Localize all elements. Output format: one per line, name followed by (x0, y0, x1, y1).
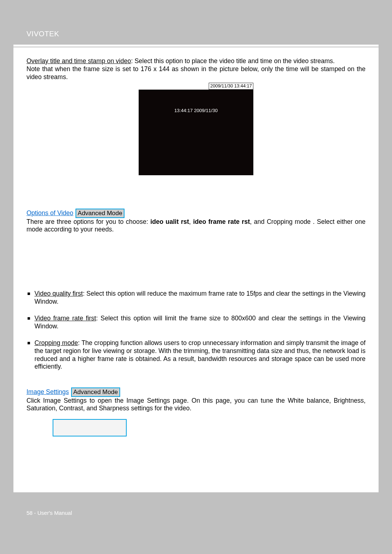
timestamp-overlay: 2009/11/30 13:44:17 (209, 83, 253, 90)
footer-band: 58 - User's Manual (13, 492, 379, 529)
options-bold-1: ideo ualit rst (150, 218, 189, 225)
options-comma-1: , (189, 218, 193, 225)
overlay-note: Note that when the frame size is set to … (26, 65, 366, 81)
bullet-text-2: Video frame rate first: Select this opti… (34, 315, 366, 331)
advanced-mode-badge-2: Advanced Mode (71, 387, 120, 397)
image-settings-highlight-box (53, 419, 127, 436)
bullet-desc-1: : Select this option will reduce the max… (34, 290, 366, 305)
brand-name: VIVOTEK (26, 30, 59, 38)
overlay-desc: : Select this option to place the video … (131, 57, 335, 65)
options-of-video-heading: Options of Video Advanced Mode (26, 209, 366, 218)
bullet-marker-icon: ■ (26, 339, 34, 371)
bullet-label-1: Video quality first (34, 290, 83, 297)
options-of-video-link[interactable]: Options of Video (26, 209, 73, 217)
video-frame: 13:44:17 2009/11/30 (139, 90, 253, 175)
overlay-title-underline: Overlay title and time stamp on video (26, 57, 131, 65)
overlay-paragraph: Overlay title and time stamp on video: S… (26, 57, 366, 65)
bullet-video-frame-rate-first: ■ Video frame rate first: Select this op… (26, 315, 366, 331)
content-area: Overlay title and time stamp on video: S… (13, 47, 379, 436)
bullet-label-3: Cropping mode (34, 339, 78, 346)
options-description: There are three options for you to choos… (26, 218, 366, 234)
bullet-text-3: Cropping mode: The cropping function all… (34, 339, 366, 371)
options-bold-2: ideo frame rate rst (193, 218, 250, 225)
page-number-label: 58 - User's Manual (13, 492, 379, 516)
video-inner-timestamp: 13:44:17 2009/11/30 (139, 108, 253, 114)
image-settings-link[interactable]: Image Settings (26, 388, 69, 396)
bullet-text-1: Video quality first: Select this option … (34, 290, 366, 306)
video-preview-container: 2009/11/30 13:44:17 13:44:17 2009/11/30 (139, 83, 253, 176)
bullet-marker-icon: ■ (26, 315, 34, 331)
advanced-mode-badge-1: Advanced Mode (75, 209, 124, 218)
image-settings-desc: Click Image Settings to open the Image S… (26, 397, 366, 413)
bullet-video-quality-first: ■ Video quality first: Select this optio… (26, 290, 366, 306)
image-settings-heading: Image Settings Advanced Mode (26, 387, 366, 397)
bullet-cropping-mode: ■ Cropping mode: The cropping function a… (26, 339, 366, 371)
options-bullet-list: ■ Video quality first: Select this optio… (26, 290, 366, 371)
bullet-marker-icon: ■ (26, 290, 34, 306)
bullet-desc-3: : The cropping function allows users to … (34, 339, 366, 370)
options-prefix: There are three options for you to choos… (26, 218, 150, 225)
document-page: VIVOTEK Overlay title and time stamp on … (13, 13, 379, 529)
header-band: VIVOTEK (13, 13, 379, 45)
bullet-label-2: Video frame rate first (34, 315, 96, 322)
